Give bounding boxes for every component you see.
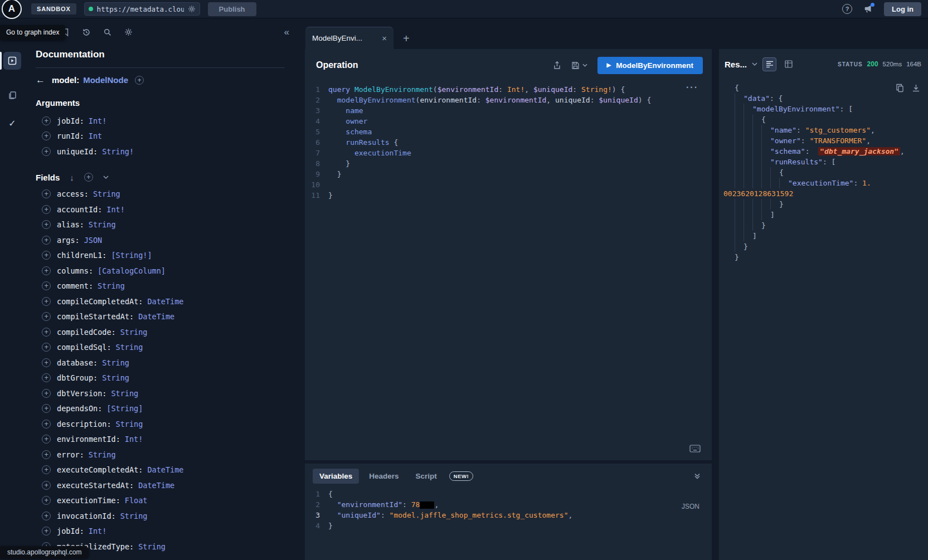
field-type-link[interactable]: DateTime <box>138 312 174 321</box>
field-type-link[interactable]: String <box>93 189 120 198</box>
collapse-bottom-panel-icon[interactable] <box>694 473 701 479</box>
field-type-link[interactable]: DateTime <box>147 465 183 474</box>
field-type-link[interactable]: String <box>89 450 116 459</box>
field-type-link[interactable]: String <box>111 389 138 398</box>
add-to-query-icon[interactable]: + <box>42 512 51 520</box>
field-type-link[interactable]: Int <box>89 132 102 140</box>
add-to-query-icon[interactable]: + <box>42 496 51 505</box>
add-to-query-icon[interactable]: + <box>42 358 51 367</box>
status-code: 200 <box>867 60 878 68</box>
add-to-query-icon[interactable]: + <box>42 343 51 352</box>
field-type-link[interactable]: String <box>138 542 166 551</box>
add-to-query-icon[interactable]: + <box>42 328 51 337</box>
field-type-link[interactable]: String <box>120 512 148 520</box>
add-to-query-icon[interactable]: + <box>42 450 51 459</box>
add-to-query-icon[interactable]: + <box>42 420 51 428</box>
add-tab-icon[interactable]: + <box>403 33 410 44</box>
download-response-icon[interactable] <box>912 84 920 92</box>
field-type-link[interactable]: Int! <box>106 205 125 214</box>
field-name: childrenL1: <box>57 251 106 260</box>
type-name-link[interactable]: ModelNode <box>83 75 128 85</box>
save-icon <box>571 61 580 70</box>
add-to-query-icon[interactable]: + <box>42 251 51 260</box>
run-operation-button[interactable]: ▶ ModelByEnvironment <box>597 57 703 74</box>
sidebar-item-schema[interactable] <box>3 86 21 104</box>
checkmark-icon: ✓ <box>8 118 16 129</box>
publish-button[interactable]: Publish <box>208 2 256 16</box>
tab-variables[interactable]: Variables <box>313 469 359 484</box>
response-dropdown-chevron-icon[interactable] <box>752 62 757 66</box>
add-all-fields-icon[interactable]: + <box>84 173 93 182</box>
field-type-link[interactable]: String <box>120 328 148 337</box>
copy-response-icon[interactable] <box>896 84 904 92</box>
add-to-query-icon[interactable]: + <box>42 205 51 214</box>
sidebar-item-checks[interactable]: ✓ <box>3 114 21 132</box>
share-operation-icon[interactable] <box>553 61 561 70</box>
history-icon[interactable] <box>82 28 91 37</box>
tab-script[interactable]: Script <box>409 469 444 484</box>
field-type-link[interactable]: [CatalogColumn] <box>98 266 166 275</box>
table-view-toggle[interactable] <box>781 57 795 71</box>
sort-fields-icon[interactable]: ↓ <box>70 173 74 182</box>
tab-headers[interactable]: Headers <box>362 469 405 484</box>
login-button[interactable]: Log in <box>884 2 921 16</box>
operation-more-options-icon[interactable]: ··· <box>686 82 698 92</box>
sandbox-badge: SANDBOX <box>31 3 76 14</box>
raw-view-toggle[interactable] <box>762 57 776 71</box>
close-tab-icon[interactable]: × <box>382 34 387 42</box>
field-type-link[interactable]: [String!] <box>111 251 152 260</box>
add-to-query-icon[interactable]: + <box>42 404 51 413</box>
keyboard-shortcuts-icon[interactable] <box>689 445 701 452</box>
add-to-query-icon[interactable]: + <box>42 281 51 290</box>
apollo-logo[interactable]: A <box>2 0 22 19</box>
add-to-query-icon[interactable]: + <box>42 132 51 140</box>
field-type-link[interactable]: [String] <box>106 404 143 413</box>
add-to-query-icon[interactable]: + <box>42 297 51 306</box>
field-type-link[interactable]: String <box>98 281 125 290</box>
field-type-link[interactable]: String <box>116 420 143 428</box>
settings-gear-icon[interactable] <box>124 28 133 36</box>
field-type-link[interactable]: String! <box>102 147 134 156</box>
add-to-query-icon[interactable]: + <box>42 389 51 398</box>
variables-tab-bar: Variables Headers Script NEW! <box>305 464 712 484</box>
add-to-query-icon[interactable]: + <box>42 147 51 156</box>
field-type-link[interactable]: String <box>102 358 129 367</box>
add-to-query-icon[interactable]: + <box>42 481 51 490</box>
field-type-link[interactable]: Float <box>125 496 148 505</box>
add-to-query-icon[interactable]: + <box>42 465 51 474</box>
field-type-link[interactable]: String <box>89 220 116 229</box>
endpoint-settings-gear-icon[interactable] <box>188 5 196 13</box>
add-to-query-icon[interactable]: + <box>42 527 51 535</box>
field-type-link[interactable]: Int! <box>125 435 143 444</box>
sidebar-item-explorer[interactable] <box>3 52 21 70</box>
field-type-link[interactable]: Int! <box>89 527 107 535</box>
add-to-query-icon[interactable]: + <box>42 220 51 229</box>
add-to-query-icon[interactable]: + <box>42 116 51 125</box>
back-icon[interactable]: ← <box>36 75 45 85</box>
field-type-link[interactable]: DateTime <box>147 297 183 306</box>
add-type-icon[interactable]: + <box>135 76 144 85</box>
add-to-query-icon[interactable]: + <box>42 236 51 245</box>
save-operation-group[interactable] <box>571 61 587 70</box>
add-to-query-icon[interactable]: + <box>42 189 51 198</box>
chevron-down-icon[interactable] <box>103 176 109 179</box>
variables-editor[interactable]: 1{2 "environmentId": 78,3 "uniqueId": "m… <box>305 484 712 531</box>
field-type-link[interactable]: DateTime <box>138 481 174 490</box>
add-to-query-icon[interactable]: + <box>42 266 51 275</box>
endpoint-url-input[interactable]: https://metadata.cloud.get <box>84 2 200 16</box>
field-type-link[interactable]: Int! <box>89 116 107 125</box>
response-json-viewer[interactable]: {"data": {"modelByEnvironment": [{"name"… <box>719 79 928 262</box>
search-icon[interactable] <box>103 28 112 37</box>
code-line: { <box>722 167 924 178</box>
help-icon[interactable]: ? <box>842 4 852 14</box>
field-type-link[interactable]: JSON <box>84 236 103 245</box>
tab-modelbyenvironment[interactable]: ModelByEnvi... × <box>305 27 393 49</box>
add-to-query-icon[interactable]: + <box>42 312 51 321</box>
add-to-query-icon[interactable]: + <box>42 435 51 444</box>
add-to-query-icon[interactable]: + <box>42 373 51 382</box>
field-type-link[interactable]: String <box>102 373 129 382</box>
collapse-panel-icon[interactable]: « <box>284 27 289 37</box>
announcements-icon[interactable] <box>863 4 873 13</box>
operation-editor[interactable]: 1query ModelByEnvironment($environmentId… <box>305 81 712 201</box>
field-type-link[interactable]: String <box>116 343 143 352</box>
